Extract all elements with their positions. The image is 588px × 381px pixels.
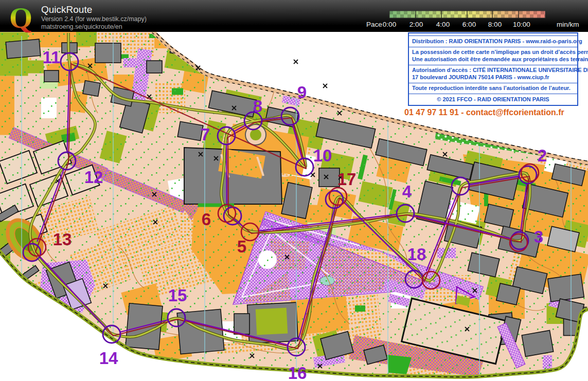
- svg-text:10:00: 10:00: [513, 21, 530, 28]
- svg-text:12: 12: [84, 168, 103, 187]
- svg-text:QuickRoute: QuickRoute: [41, 4, 92, 15]
- svg-text:5: 5: [237, 237, 246, 256]
- svg-text:7: 7: [201, 125, 210, 144]
- svg-text:13: 13: [53, 230, 72, 249]
- svg-text:10: 10: [313, 146, 332, 165]
- svg-text:Version 2.4 (for www.bestik.c: Version 2.4 (for www.bestik.cz/mapy): [41, 15, 147, 23]
- svg-text:8:00: 8:00: [488, 21, 502, 28]
- svg-text:6: 6: [202, 210, 211, 229]
- svg-text:Q: Q: [9, 1, 32, 34]
- svg-text:9: 9: [297, 83, 307, 102]
- svg-text:matstroeng.se/quickroute/en: matstroeng.se/quickroute/en: [41, 23, 122, 30]
- svg-text:2: 2: [538, 146, 547, 165]
- svg-text:4: 4: [402, 182, 412, 201]
- svg-text:16: 16: [288, 364, 307, 381]
- svg-text:3: 3: [534, 227, 543, 246]
- svg-text:Pace: Pace: [366, 21, 382, 28]
- svg-text:8: 8: [253, 97, 262, 116]
- svg-text:14: 14: [99, 349, 118, 368]
- svg-text:15: 15: [168, 286, 187, 305]
- svg-text:2:00: 2:00: [409, 21, 423, 28]
- svg-text:6:00: 6:00: [462, 21, 476, 28]
- svg-text:11: 11: [43, 48, 61, 67]
- svg-text:18: 18: [407, 245, 426, 264]
- svg-text:17: 17: [337, 170, 357, 189]
- svg-text:min/km: min/km: [557, 21, 579, 28]
- svg-text:4:00: 4:00: [436, 21, 450, 28]
- svg-text:0:00: 0:00: [383, 21, 396, 28]
